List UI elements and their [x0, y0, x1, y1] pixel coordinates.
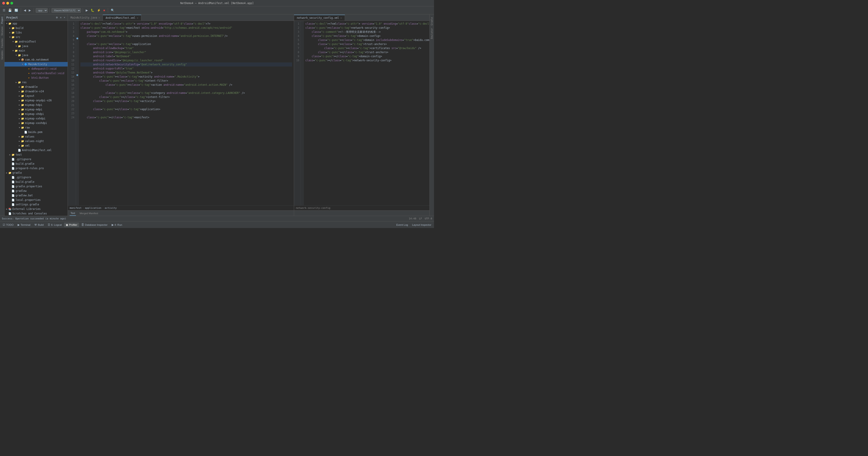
- tree-item[interactable]: ▼📁src: [4, 35, 68, 39]
- terminal-btn[interactable]: ▶ Terminal: [16, 223, 32, 227]
- tree-item[interactable]: ▶📁res: [4, 80, 68, 85]
- tree-item[interactable]: 📄gradlew: [4, 189, 68, 193]
- minimize-button[interactable]: [6, 2, 9, 4]
- tree-item[interactable]: 📄gradle.properties: [4, 184, 68, 189]
- tab-mainactivity[interactable]: MainActivity.java ×: [68, 15, 103, 21]
- tree-icon: 📁: [21, 121, 24, 125]
- event-log-btn[interactable]: Event Log: [395, 223, 410, 227]
- tree-item[interactable]: ▼📁java: [4, 44, 68, 49]
- tree-item[interactable]: ▼📁java: [4, 53, 68, 57]
- tree-label: gradlew.bat: [16, 194, 33, 197]
- project-gear-btn[interactable]: ≡: [59, 16, 62, 19]
- tree-item[interactable]: 🔸doRequest():void: [4, 66, 68, 71]
- project-sync-btn[interactable]: ⚙: [55, 16, 59, 19]
- line-number: 2: [294, 26, 299, 30]
- tree-item[interactable]: ▶📁mipmap-mdpi: [4, 107, 68, 112]
- emulator-tab[interactable]: Emulator: [430, 27, 434, 40]
- toolbar-menu-btn[interactable]: ☰: [2, 8, 6, 12]
- search-btn[interactable]: 🔍: [110, 8, 115, 12]
- tree-item[interactable]: ▶📁mipmap-xhdpi: [4, 112, 68, 116]
- forward-btn[interactable]: ▶: [28, 8, 32, 12]
- maximize-button[interactable]: [10, 2, 13, 4]
- bc-application[interactable]: application: [85, 206, 101, 209]
- tree-item[interactable]: ▶📚External Libraries: [4, 207, 68, 211]
- tab-androidmanifest-close[interactable]: ×: [137, 17, 138, 20]
- tree-item[interactable]: ▶📁mipmap-xxhdpi: [4, 116, 68, 121]
- tree-item[interactable]: ▶📁xml: [4, 143, 68, 148]
- build-btn[interactable]: ⚒ Build: [33, 223, 45, 227]
- tree-item[interactable]: ▶📁mipmap-xxxhdpi: [4, 121, 68, 125]
- tree-item[interactable]: 🔸onCreate(Bundle):void: [4, 71, 68, 76]
- profiler-btn[interactable]: ◉ Profiler: [64, 223, 79, 227]
- tree-label: mipmap-hdpi: [25, 103, 42, 107]
- tree-item[interactable]: 🔸btn1:Button: [4, 76, 68, 80]
- back-btn[interactable]: ◀: [23, 8, 27, 12]
- tree-item[interactable]: 📄proguard-rules.pro: [4, 166, 68, 171]
- tree-item[interactable]: 📄settings.gradle: [4, 202, 68, 207]
- save-btn[interactable]: 💾: [7, 8, 13, 12]
- tree-icon: 📄: [18, 148, 21, 152]
- tree-item[interactable]: ▼📁main: [4, 49, 68, 53]
- layout-inspector-btn[interactable]: Layout Inspector: [410, 223, 433, 227]
- tree-item[interactable]: 📄Scratches and Consoles: [4, 211, 68, 216]
- right-code-content[interactable]: class="c-decl"><?xmlclass="c-attr"> vers…: [304, 21, 430, 205]
- tree-item[interactable]: ▶📁build: [4, 26, 68, 30]
- tree-item[interactable]: ▼📦com.nb.netdemo4: [4, 57, 68, 62]
- tab-androidmanifest[interactable]: AndroidManifest.xml ×: [103, 15, 141, 21]
- project-close-btn[interactable]: ×: [63, 16, 66, 19]
- tree-item[interactable]: ▼🔷MainActivity: [4, 62, 68, 66]
- tree-item[interactable]: 📄baidu.pem: [4, 130, 68, 134]
- bc-activity[interactable]: activity: [105, 206, 117, 209]
- stop-btn[interactable]: ■: [102, 8, 106, 12]
- right-breadcrumb: network-security-config: [294, 205, 430, 210]
- tab-androidmanifest-label: AndroidManifest.xml: [105, 16, 135, 20]
- tree-item[interactable]: ▶📁mipmap-hdpi: [4, 103, 68, 107]
- gradle-tab[interactable]: Gradle: [430, 16, 434, 26]
- tree-item[interactable]: 📄gradlew.bat: [4, 193, 68, 198]
- tree-item[interactable]: ▶📁layout: [4, 94, 68, 98]
- tree-item[interactable]: 📄local.properties: [4, 198, 68, 202]
- tree-item[interactable]: ▶📁drawable: [4, 85, 68, 89]
- profile-btn[interactable]: ⚡: [96, 8, 101, 12]
- run-config-dropdown[interactable]: app: [36, 8, 48, 13]
- run-btn[interactable]: ▶: [85, 8, 89, 12]
- tree-label: settings.gradle: [16, 203, 39, 206]
- tree-item[interactable]: ▶📁values: [4, 134, 68, 139]
- tab-network-close[interactable]: ×: [340, 17, 342, 20]
- tab-network-security[interactable]: network_security_config.xml ×: [294, 15, 345, 21]
- tree-item[interactable]: ▶📁drawable-v24: [4, 89, 68, 94]
- line-number: 1: [68, 22, 74, 26]
- sync-btn[interactable]: 🔄: [13, 8, 19, 12]
- debug-btn[interactable]: 🐛: [90, 8, 95, 12]
- tree-item[interactable]: ▶📁libs: [4, 30, 68, 35]
- code-content[interactable]: class="c-decl"><?xmlclass="c-attr"> vers…: [79, 21, 294, 205]
- close-button[interactable]: [2, 2, 5, 4]
- tree-item[interactable]: 📄AndroidManifest.xml: [4, 148, 68, 152]
- logcat-btn[interactable]: ☰ 6: Logcat: [46, 223, 64, 227]
- tree-item[interactable]: ▶📁gradle: [4, 171, 68, 175]
- bc-manifest[interactable]: manifest: [70, 206, 82, 209]
- project-tab[interactable]: Project: [0, 16, 4, 25]
- favorites-tab[interactable]: Favorites: [0, 37, 4, 49]
- run-btn-bottom[interactable]: ▶ 4: Run: [110, 223, 124, 227]
- variables-tab[interactable]: Variables: [0, 50, 4, 61]
- tree-item[interactable]: ▼📁raw: [4, 125, 68, 130]
- tree-item[interactable]: 📄.gitignore: [4, 157, 68, 162]
- device-dropdown[interactable]: Xiaomi M2007J17C: [52, 8, 81, 13]
- tree-item[interactable]: 📄build.gradle: [4, 162, 68, 166]
- todo-btn[interactable]: ☑ TODO: [1, 223, 16, 227]
- tree-item[interactable]: 📄.gitignore: [4, 175, 68, 179]
- tree-item[interactable]: ▶📁values-night: [4, 139, 68, 143]
- db-inspector-btn[interactable]: 🗄 Database Inspector: [80, 223, 110, 227]
- structure-tab[interactable]: Structure: [0, 26, 4, 37]
- tree-item[interactable]: ▶📁mipmap-anydpi-v26: [4, 98, 68, 103]
- tree-item[interactable]: ▼📁androidTest: [4, 39, 68, 44]
- merged-manifest-tab[interactable]: Merged Manifest: [79, 210, 99, 216]
- code-line: class="c-punc"></class="c-tag">applicati…: [81, 107, 292, 111]
- tree-item[interactable]: 📄build.gradle: [4, 179, 68, 184]
- tree-item[interactable]: ▶📁test: [4, 152, 68, 157]
- window-controls[interactable]: [2, 2, 13, 4]
- tree-item[interactable]: ▼📁app: [4, 21, 68, 26]
- tab-mainactivity-close[interactable]: ×: [98, 16, 100, 19]
- text-tab[interactable]: Text: [70, 210, 76, 216]
